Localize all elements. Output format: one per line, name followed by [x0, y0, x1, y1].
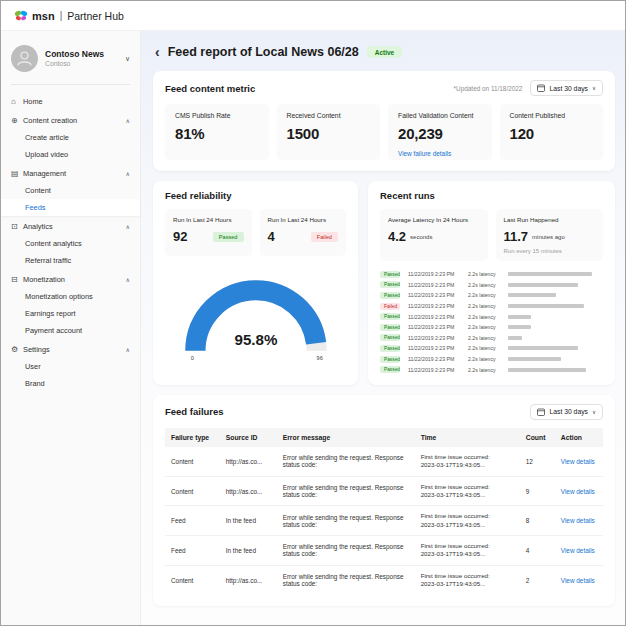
status-pill: Passed — [213, 232, 244, 242]
failure-type-cell: Content — [165, 476, 220, 506]
sidebar-item-label: Create article — [25, 133, 69, 142]
status-badge: Active — [367, 46, 403, 58]
time-cell: First time issue occurred:2023-03-17T19:… — [415, 536, 520, 566]
date-range-dropdown[interactable]: Last 30 days ∨ — [530, 80, 603, 96]
sidebar-item-monetization[interactable]: ⊟Monetization∧ — [1, 271, 140, 288]
sidebar-item-brand[interactable]: Brand — [1, 375, 140, 392]
run-timestamp: 11/22/2019 2:23 PM — [408, 367, 468, 373]
run-latency: 2.2s latency — [468, 345, 508, 351]
metric-label: Failed Validation Content — [398, 112, 482, 119]
tile-unit: seconds — [410, 234, 432, 240]
run-status-pill: Passed — [380, 292, 400, 299]
table-row: FeedIn the feedError while sending the r… — [165, 506, 603, 536]
run-detail-bar — [508, 315, 531, 319]
tile-note: Run every 15 minutes — [504, 248, 596, 254]
tile-value-row: 11.7minutes ago — [504, 229, 596, 244]
action-cell: View details — [555, 536, 603, 566]
sidebar-item-content-creation[interactable]: ⊕Content creation∧ — [1, 112, 140, 129]
sidebar-item-label: Home — [23, 97, 43, 106]
source-id-cell: http://as.co... — [220, 447, 277, 476]
count-cell: 2 — [520, 565, 555, 594]
view-details-link[interactable]: View details — [561, 458, 595, 465]
sidebar-item-upload-video[interactable]: Upload video — [1, 146, 140, 163]
sidebar-item-monetization-options[interactable]: Monetization options — [1, 288, 140, 305]
content-creation-icon: ⊕ — [11, 116, 23, 125]
view-details-link[interactable]: View details — [561, 488, 595, 495]
sidebar-item-home[interactable]: ⌂Home — [1, 93, 140, 110]
action-cell: View details — [555, 447, 603, 476]
sidebar-item-management[interactable]: ▤Management∧ — [1, 165, 140, 182]
account-name: Contoso News — [45, 49, 104, 60]
run-detail-bar — [508, 346, 578, 350]
settings-icon: ⚙ — [11, 345, 23, 354]
sidebar-item-label: Feeds — [25, 203, 46, 212]
column-header-error-message: Error message — [277, 428, 415, 447]
run-status-pill: Passed — [380, 345, 400, 352]
feed-reliability-title: Feed reliability — [165, 190, 232, 201]
tile-value: 11.7 — [504, 229, 529, 244]
failure-type-cell: Content — [165, 565, 220, 594]
feed-content-metric-card: Feed content metric *Updated on 11/18/20… — [153, 71, 615, 171]
table-header-row: Failure typeSource IDError messageTimeCo… — [165, 428, 603, 447]
view-details-link[interactable]: View details — [561, 577, 595, 584]
sidebar-item-payment-account[interactable]: Payment account — [1, 322, 140, 339]
run-count-tile-passed: Run In Last 24 Hours92Passed — [165, 209, 252, 256]
run-status-pill: Passed — [380, 281, 400, 288]
time-line-1: First time issue occurred: — [421, 453, 514, 461]
feed-failures-header: Feed failures Last 30 days ∨ — [165, 404, 603, 420]
sidebar-item-settings[interactable]: ⚙Settings∧ — [1, 341, 140, 358]
feed-failures-title: Feed failures — [165, 406, 224, 417]
run-status-pill: Passed — [380, 313, 400, 320]
run-status-pill: Passed — [380, 334, 400, 341]
sidebar-item-label: Brand — [25, 379, 45, 388]
sidebar: Contoso News Contoso ∨ ⌂Home⊕Content cre… — [1, 31, 141, 625]
sidebar-item-earnings-report[interactable]: Earnings report — [1, 305, 140, 322]
run-list: Passed11/22/2019 2:23 PM2.2s latencyPass… — [380, 270, 603, 374]
run-latency: 2.2s latency — [468, 356, 508, 362]
failure-type-cell: Feed — [165, 536, 220, 566]
calendar-icon — [537, 84, 545, 92]
run-row: Passed11/22/2019 2:23 PM2.2s latency — [380, 270, 603, 279]
failures-date-range-dropdown[interactable]: Last 30 days ∨ — [530, 404, 603, 420]
sidebar-item-analytics[interactable]: ⊡Analytics∧ — [1, 218, 140, 235]
account-subtitle: Contoso — [45, 60, 104, 68]
time-line-2: 2023-03-17T19:43:05... — [421, 491, 514, 499]
run-row: Passed11/22/2019 2:23 PM2.2s latency — [380, 312, 603, 321]
sidebar-item-referral-traffic[interactable]: Referral traffic — [1, 252, 140, 269]
back-button[interactable]: ‹ — [155, 45, 160, 59]
count-cell: 8 — [520, 506, 555, 536]
error-message-cell: Error while sending the request. Respons… — [277, 565, 415, 594]
sidebar-item-content[interactable]: Content — [1, 182, 140, 199]
chevron-up-icon: ∧ — [126, 276, 130, 283]
sidebar-item-feeds[interactable]: Feeds — [1, 199, 140, 216]
middle-row: Feed reliability Run In Last 24 Hours92P… — [153, 181, 615, 385]
run-status-pill: Failed — [380, 303, 400, 310]
table-row: FeedIn the feedError while sending the r… — [165, 536, 603, 566]
account-switcher[interactable]: Contoso News Contoso ∨ — [1, 39, 140, 80]
failure-type-cell: Content — [165, 447, 220, 476]
column-header-failure-type: Failure type — [165, 428, 220, 447]
view-details-link[interactable]: View details — [561, 547, 595, 554]
run-row: Passed11/22/2019 2:23 PM2.2s latency — [380, 281, 603, 290]
metric-tiles: CMS Publish Rate81%Received Content1500F… — [165, 104, 603, 160]
count-cell: 4 — [520, 536, 555, 566]
gauge-min-label: 0 — [190, 355, 193, 361]
management-icon: ▤ — [11, 169, 23, 178]
run-detail-bar — [508, 283, 578, 287]
view-failure-details-link[interactable]: View failure details — [398, 150, 451, 157]
sidebar-item-create-article[interactable]: Create article — [1, 129, 140, 146]
sidebar-item-content-analytics[interactable]: Content analytics — [1, 235, 140, 252]
run-detail-bar — [508, 357, 561, 361]
sidebar-item-label: Content — [25, 186, 51, 195]
msn-brand: msn — [32, 10, 55, 22]
table-row: Contenthttp://as.co...Error while sendin… — [165, 565, 603, 594]
sidebar-item-user[interactable]: User — [1, 358, 140, 375]
error-message-cell: Error while sending the request. Respons… — [277, 536, 415, 566]
tile-label: Run In Last 24 Hours — [173, 216, 244, 223]
metric-tile-failed-validation-content: Failed Validation Content20,239View fail… — [388, 104, 492, 160]
sidebar-item-label: User — [25, 362, 41, 371]
view-details-link[interactable]: View details — [561, 517, 595, 524]
run-latency: 2.2s latency — [468, 271, 508, 277]
account-text: Contoso News Contoso — [45, 49, 104, 68]
run-timestamp: 11/22/2019 2:23 PM — [408, 303, 468, 309]
